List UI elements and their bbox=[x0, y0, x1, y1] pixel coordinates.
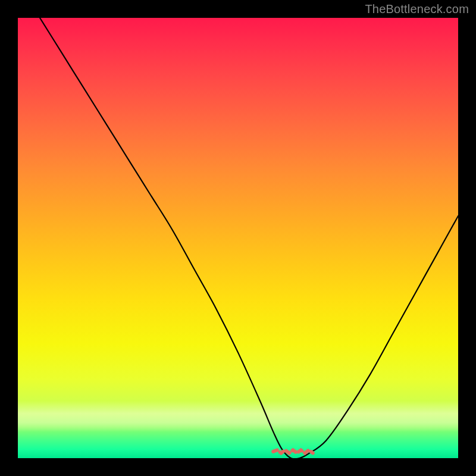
curve-layer bbox=[18, 18, 458, 458]
bottleneck-curve bbox=[40, 18, 458, 458]
plot-area bbox=[18, 18, 458, 458]
flat-bottom-marker bbox=[273, 450, 313, 453]
chart-root: TheBottleneck.com bbox=[0, 0, 476, 476]
watermark-text: TheBottleneck.com bbox=[365, 2, 469, 16]
